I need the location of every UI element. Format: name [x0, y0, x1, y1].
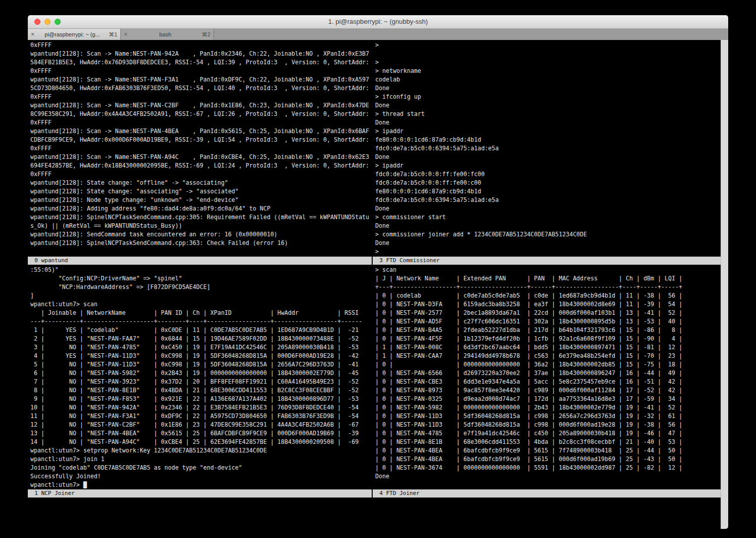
- pane-wpantund[interactable]: 0xFFFF wpantund[2128]: Scan -> Name:NEST…: [28, 40, 372, 257]
- scrollbar[interactable]: [721, 40, 728, 529]
- tab-bash-shortcut: ⌘2: [202, 31, 210, 38]
- terminal-window: 1. pi@raspberrypi: ~ (gnubby-ssh) × pi@r…: [28, 15, 728, 529]
- tab-ssh[interactable]: × pi@raspberrypi: ~ (g... ⌘1: [28, 29, 121, 40]
- desktop-background: 1. pi@raspberrypi: ~ (gnubby-ssh) × pi@r…: [0, 0, 756, 538]
- tab-ssh-label: pi@raspberrypi: ~ (g...: [38, 31, 107, 37]
- pane-status-ftd-commissioner: 3 FTD Commissioner: [373, 257, 721, 265]
- pane-status-ftd-joiner: 4 FTD Joiner: [373, 489, 721, 498]
- tab-bar: × pi@raspberrypi: ~ (g... ⌘1 × bash ⌘2: [28, 29, 728, 40]
- traffic-lights: [34, 19, 61, 25]
- titlebar[interactable]: 1. pi@raspberrypi: ~ (gnubby-ssh): [28, 15, 728, 29]
- tab-bar-filler: [214, 29, 728, 40]
- tab-ssh-shortcut: ⌘1: [109, 31, 117, 38]
- pane-ftd-joiner[interactable]: > scan | J | Network Name | Extended PAN…: [373, 265, 721, 489]
- tab-bash-label: bash: [131, 31, 200, 37]
- window-title: 1. pi@raspberrypi: ~ (gnubby-ssh): [28, 15, 728, 28]
- minimize-button[interactable]: [45, 19, 51, 25]
- pane-status-ncp-joiner: 1 NCP Joiner: [28, 489, 372, 498]
- pane-ncp-joiner[interactable]: :55:05)" "Config:NCP:DriverName" => "spi…: [28, 265, 372, 489]
- tab-bash[interactable]: × bash ⌘2: [121, 29, 214, 40]
- terminal-empty-area: [28, 498, 721, 529]
- zoom-button[interactable]: [55, 19, 61, 25]
- tab-close-icon[interactable]: ×: [31, 29, 38, 40]
- terminal-content: 0xFFFF wpantund[2128]: Scan -> Name:NEST…: [28, 40, 728, 529]
- tab-close-icon[interactable]: ×: [124, 29, 131, 40]
- pane-status-wpantund: 0 wpantund: [28, 257, 372, 265]
- pane-ftd-commissioner[interactable]: > > > networkname codelab Done > ifconfi…: [373, 40, 721, 257]
- close-button[interactable]: [34, 19, 40, 25]
